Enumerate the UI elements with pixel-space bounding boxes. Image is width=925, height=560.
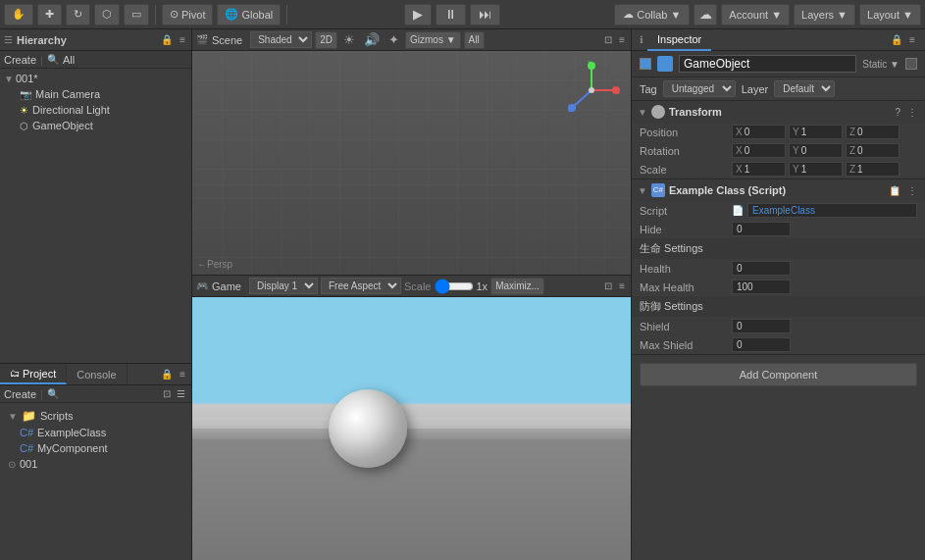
project-tab-icon: 🗂 (10, 368, 20, 379)
static-checkbox[interactable] (905, 58, 917, 70)
scene-audio-btn[interactable]: 🔊 (361, 31, 383, 48)
script-component-header[interactable]: ▼ C# Example Class (Script) 📋 ⋮ (632, 179, 925, 201)
main-camera-label: Main Camera (35, 88, 100, 100)
script-menu-btn[interactable]: ⋮ (905, 184, 919, 197)
global-btn[interactable]: 🌐 Global (217, 4, 281, 25)
root-label: 001* (16, 73, 38, 84)
scene-gizmos-btn[interactable]: Gizmos ▼ (405, 31, 461, 49)
project-panel-actions: 🔒 ≡ (155, 364, 191, 384)
display-dropdown[interactable]: Display 1 (249, 278, 318, 294)
gameobject-name-input[interactable] (679, 55, 856, 73)
position-x-value: 0 (745, 127, 750, 137)
scene-001-item[interactable]: ⊙ 001 (4, 456, 187, 472)
tab-console[interactable]: Console (67, 364, 127, 384)
hierarchy-create-btn[interactable]: Create (4, 54, 36, 66)
inspector-icon: ℹ (640, 34, 643, 45)
hierarchy-all-btn[interactable]: All (63, 54, 75, 66)
project-lock-btn[interactable]: 🔒 (159, 368, 175, 381)
scale-row: Scale X 1 Y 1 Z 1 (632, 160, 925, 178)
scale-slider[interactable] (435, 281, 474, 291)
hierarchy-item-gameobject[interactable]: ⬡ GameObject (0, 118, 191, 133)
hierarchy-root-item[interactable]: ▼ 001* (0, 71, 191, 86)
rotation-x-value: 0 (745, 145, 750, 156)
max-health-field-row: Max Health 100 (632, 278, 925, 296)
hierarchy-menu-btn[interactable]: ≡ (178, 33, 187, 46)
hierarchy-item-main-camera[interactable]: 📷 Main Camera (0, 86, 191, 102)
script-field-name[interactable]: ExampleClass (747, 203, 917, 218)
maximize-btn[interactable]: Maximiz... (490, 278, 544, 295)
example-class-item[interactable]: C# ExampleClass (4, 425, 187, 440)
tag-dropdown[interactable]: Untagged (663, 80, 736, 97)
scripts-folder[interactable]: ▼ 📁 Scripts (4, 407, 187, 425)
project-view-btn-2[interactable]: ☰ (175, 387, 187, 400)
scene-panel: 🎬 Scene Shaded 2D ☀ 🔊 ✦ Gizmos ▼ All ⊡ ≡ (192, 29, 631, 276)
hierarchy-panel: ☰ Hierarchy 🔒 ≡ Create | 🔍 All ▼ 001* (0, 29, 191, 364)
inspector-actions: 🔒 ≡ (889, 33, 917, 46)
game-view[interactable] (192, 297, 631, 560)
transform-actions: ? ⋮ (893, 106, 919, 119)
hierarchy-title: Hierarchy (17, 34, 67, 46)
game-menu-btn[interactable]: ≡ (617, 280, 627, 292)
scale-tool-btn[interactable]: ⬡ (94, 4, 120, 25)
top-toolbar: ✋ ✚ ↻ ⬡ ▭ ⊙ Pivot 🌐 Global ▶ ⏸ ⏭ ☁ Colla… (0, 0, 925, 29)
layers-btn[interactable]: Layers ▼ (794, 4, 855, 25)
gameobject-active-checkbox[interactable] (640, 58, 651, 70)
tab-project[interactable]: 🗂 Project (0, 364, 67, 384)
cloud-btn[interactable]: ☁ (694, 4, 717, 25)
pause-btn[interactable]: ⏸ (436, 4, 466, 25)
script-component-icon: C# (651, 183, 665, 197)
scene-fx-btn[interactable]: ✦ (385, 31, 402, 48)
scale-z-field: Z 1 (846, 162, 899, 177)
main-layout: ☰ Hierarchy 🔒 ≡ Create | 🔍 All ▼ 001* (0, 29, 925, 560)
scene-all-btn[interactable]: All (464, 31, 485, 49)
hierarchy-lock-btn[interactable]: 🔒 (159, 33, 175, 46)
inspector-tab[interactable]: Inspector (647, 29, 711, 51)
center-panel: 🎬 Scene Shaded 2D ☀ 🔊 ✦ Gizmos ▼ All ⊡ ≡ (192, 29, 631, 560)
scene-title: Scene (212, 34, 242, 46)
play-btn[interactable]: ▶ (404, 4, 432, 25)
project-view-btn-1[interactable]: ⊡ (161, 387, 173, 400)
add-component-btn[interactable]: Add Component (640, 363, 917, 386)
step-btn[interactable]: ⏭ (470, 4, 500, 25)
aspect-dropdown[interactable]: Free Aspect (321, 278, 401, 294)
scene-maximize-btn[interactable]: ⊡ (602, 33, 614, 46)
scale-label: Scale (404, 280, 432, 292)
inspector-lock-btn[interactable]: 🔒 (889, 33, 904, 46)
hierarchy-item-directional-light[interactable]: ☀ Directional Light (0, 102, 191, 118)
transform-menu-btn[interactable]: ⋮ (905, 106, 919, 119)
inspector-menu-btn[interactable]: ≡ (907, 33, 917, 46)
project-create-btn[interactable]: Create (4, 388, 36, 400)
collab-btn[interactable]: ☁ Collab ▼ (614, 4, 690, 25)
hierarchy-header: ☰ Hierarchy 🔒 ≡ (0, 29, 191, 51)
my-component-item[interactable]: C# MyComponent (4, 440, 187, 456)
gameobject-icon: ⬡ (20, 121, 28, 131)
scene-panel-actions: ⊡ ≡ (602, 33, 627, 46)
project-search-icon: 🔍 (47, 388, 59, 399)
account-btn[interactable]: Account ▼ (721, 4, 790, 25)
svg-text:Y: Y (588, 61, 592, 67)
script-collapse-arrow: ▼ (638, 185, 647, 196)
script-icon-1: C# (20, 427, 33, 438)
shaded-dropdown[interactable]: Shaded (250, 31, 312, 48)
hand-tool-btn[interactable]: ✋ (4, 4, 33, 25)
left-panel: ☰ Hierarchy 🔒 ≡ Create | 🔍 All ▼ 001* (0, 29, 192, 560)
transform-info-btn[interactable]: ? (893, 106, 902, 119)
scale-field-label: Scale (640, 164, 728, 176)
pivot-btn[interactable]: ⊙ Pivot (162, 4, 213, 25)
hierarchy-icon: ☰ (4, 34, 13, 45)
rotate-tool-btn[interactable]: ↻ (66, 4, 90, 25)
scene-menu-btn[interactable]: ≡ (617, 33, 627, 46)
scene-2d-btn[interactable]: 2D (315, 31, 337, 49)
script-info-btn[interactable]: 📋 (887, 184, 902, 197)
move-tool-btn[interactable]: ✚ (37, 4, 62, 25)
game-maximize-btn[interactable]: ⊡ (602, 280, 614, 292)
rect-tool-btn[interactable]: ▭ (124, 4, 149, 25)
project-menu-btn[interactable]: ≡ (178, 368, 187, 381)
scene-view[interactable]: X Y Z ←Persp (192, 51, 631, 275)
transform-header[interactable]: ▼ Transform ? ⋮ (632, 101, 925, 123)
layout-btn[interactable]: Layout ▼ (859, 4, 921, 25)
scene-light-btn[interactable]: ☀ (340, 31, 358, 48)
layer-dropdown[interactable]: Default (774, 80, 835, 97)
rotation-z-field: Z 0 (846, 143, 899, 158)
layer-label: Layer (742, 83, 769, 95)
